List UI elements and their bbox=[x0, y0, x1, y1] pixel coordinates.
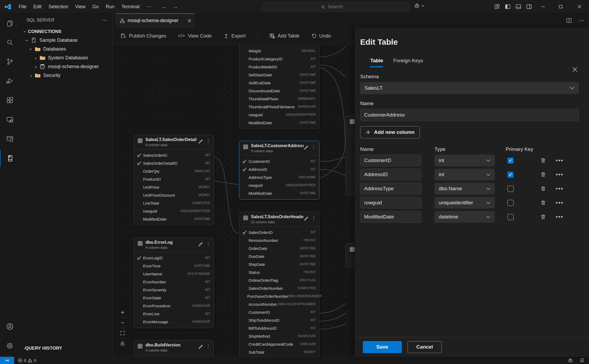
tree-item-system-databases[interactable]: › System Databases bbox=[19, 53, 112, 62]
toggle-secondary-sidebar-button[interactable] bbox=[524, 0, 534, 13]
tree-item-sample-database[interactable]: › Sample Database bbox=[19, 36, 112, 45]
undo-button[interactable]: Undo bbox=[311, 33, 331, 39]
table-card-sales-order-detail[interactable]: SalesLT.SalesOrderDetail 9 column data ⋮… bbox=[133, 135, 214, 225]
tree-item-databases[interactable]: › Databases bbox=[19, 45, 112, 53]
bell-icon[interactable] bbox=[579, 358, 585, 363]
customize-layout-button[interactable] bbox=[492, 0, 502, 13]
column-name-input[interactable] bbox=[360, 183, 421, 195]
menu-edit[interactable]: Edit bbox=[30, 2, 45, 11]
menu-terminal[interactable]: Terminal bbox=[118, 2, 143, 11]
nav-forward-icon[interactable]: → bbox=[170, 3, 181, 10]
split-editor-icon[interactable] bbox=[566, 18, 572, 23]
run-and-debug-icon[interactable] bbox=[0, 72, 19, 89]
menu-go[interactable]: Go bbox=[89, 2, 102, 11]
tab-foreign-keys[interactable]: Foreign Keys bbox=[393, 58, 423, 67]
connections-section[interactable]: › CONNECTIONS bbox=[19, 27, 112, 36]
extensions-icon[interactable] bbox=[0, 92, 19, 109]
search-view-icon[interactable] bbox=[0, 34, 19, 51]
delete-column-icon[interactable] bbox=[540, 158, 546, 163]
column-type-dropdown[interactable]: int bbox=[434, 169, 495, 180]
edit-pencil-icon[interactable] bbox=[304, 216, 309, 221]
fit-view-icon[interactable] bbox=[117, 328, 128, 338]
source-control-icon[interactable] bbox=[0, 53, 19, 70]
view-code-button[interactable]: </> View Code bbox=[178, 33, 212, 39]
primary-key-checkbox[interactable]: ✓ bbox=[507, 200, 514, 206]
table-card-partial[interactable] bbox=[346, 243, 355, 268]
copilot-menu-button[interactable] bbox=[414, 3, 424, 9]
delete-column-icon[interactable] bbox=[540, 172, 546, 177]
command-center-search[interactable] bbox=[262, 2, 410, 11]
export-button[interactable]: Export bbox=[224, 33, 246, 39]
tab-table[interactable]: Table bbox=[370, 58, 383, 67]
card-more-icon[interactable]: ⋮ bbox=[206, 241, 210, 246]
window-maximize-button[interactable] bbox=[553, 0, 569, 13]
zoom-out-icon[interactable]: − bbox=[117, 318, 128, 328]
card-more-icon[interactable]: ⋮ bbox=[206, 139, 210, 143]
nav-back-icon[interactable]: ← bbox=[159, 3, 170, 10]
menu-selection[interactable]: Selection bbox=[45, 2, 72, 11]
primary-key-checkbox[interactable]: ✓ bbox=[507, 186, 514, 192]
card-more-icon[interactable]: ⋮ bbox=[311, 216, 316, 220]
column-type-dropdown[interactable]: uniqueidentifier bbox=[434, 197, 495, 209]
primary-key-checkbox[interactable]: ✓ bbox=[507, 214, 514, 220]
add-table-button[interactable]: Add Table bbox=[269, 33, 299, 39]
edit-pencil-icon[interactable] bbox=[198, 241, 203, 246]
schema-dropdown[interactable]: SalesLT bbox=[360, 82, 579, 94]
table-card-partial[interactable] bbox=[346, 115, 355, 195]
primary-key-checkbox[interactable]: ✓ bbox=[507, 172, 514, 178]
column-name-input[interactable] bbox=[360, 197, 421, 209]
remote-indicator[interactable]: >< bbox=[0, 357, 14, 364]
toggle-panel-button[interactable] bbox=[513, 0, 524, 13]
schema-designer-canvas[interactable]: Publish Changes </> View Code Export Add… bbox=[113, 27, 355, 357]
primary-key-checkbox[interactable]: ✓ bbox=[507, 158, 514, 164]
tree-item-mssql-schema-designer[interactable]: › mssql-schema-designer bbox=[19, 62, 112, 71]
menu-view[interactable]: View bbox=[72, 2, 89, 11]
column-type-dropdown[interactable]: datetime bbox=[434, 211, 495, 223]
window-close-button[interactable] bbox=[571, 0, 588, 13]
menu-run[interactable]: Run bbox=[102, 2, 118, 11]
column-name-input[interactable] bbox=[360, 155, 421, 166]
delete-column-icon[interactable] bbox=[540, 186, 546, 192]
edit-pencil-icon[interactable] bbox=[198, 344, 203, 349]
publish-changes-button[interactable]: Publish Changes bbox=[120, 33, 166, 39]
editor-more-actions-icon[interactable]: ⋯ bbox=[578, 17, 584, 24]
edit-pencil-icon[interactable] bbox=[304, 144, 309, 150]
copilot-icon[interactable] bbox=[567, 358, 573, 363]
column-type-dropdown[interactable]: dbo.Name bbox=[434, 183, 495, 195]
column-name-input[interactable] bbox=[360, 169, 421, 180]
add-new-column-button[interactable]: Add new column bbox=[360, 126, 420, 138]
window-minimize-button[interactable] bbox=[535, 0, 551, 13]
tab-close-icon[interactable] bbox=[187, 19, 192, 23]
delete-column-icon[interactable] bbox=[540, 200, 546, 206]
edit-pencil-icon[interactable] bbox=[198, 138, 203, 143]
sql-server-view-icon[interactable] bbox=[0, 150, 19, 167]
remote-explorer-icon[interactable] bbox=[0, 111, 19, 128]
database-projects-icon[interactable] bbox=[0, 130, 19, 147]
menu-overflow[interactable]: ⋯ bbox=[143, 2, 155, 11]
column-type-dropdown[interactable]: int bbox=[434, 155, 495, 166]
table-card-error-log[interactable]: dbo.ErrorLog 9 column data ⋮ ErrorLogID … bbox=[133, 237, 214, 328]
table-card-build-version[interactable]: dbo.BuildVersion 4 column data ⋮ bbox=[133, 340, 214, 357]
table-card-product[interactable]: Weight DECIMAL ProductCategoryID INT Pro… bbox=[239, 44, 319, 129]
cancel-button[interactable]: Cancel bbox=[408, 341, 442, 353]
column-name-input[interactable] bbox=[360, 211, 421, 223]
explorer-icon[interactable] bbox=[0, 15, 19, 32]
search-input[interactable] bbox=[328, 4, 352, 10]
menu-file[interactable]: File bbox=[15, 2, 30, 11]
settings-gear-icon[interactable] bbox=[0, 337, 19, 354]
problems-indicator[interactable]: 0 0 bbox=[18, 358, 36, 363]
table-card-customer-address[interactable]: SalesLT.CustomerAddress 5 column data ⋮ … bbox=[239, 141, 319, 200]
delete-column-icon[interactable] bbox=[540, 214, 546, 220]
table-name-input[interactable] bbox=[360, 109, 579, 121]
unlock-icon[interactable] bbox=[117, 338, 128, 349]
sidebar-more-icon[interactable]: ⋯ bbox=[101, 17, 107, 24]
tab-mssql-schema-designer[interactable]: mssql-schema-designer bbox=[115, 13, 195, 27]
card-more-icon[interactable]: ⋮ bbox=[206, 344, 210, 349]
save-button[interactable]: Save bbox=[363, 341, 402, 353]
query-history-section[interactable]: › QUERY HISTORY bbox=[19, 343, 113, 353]
zoom-in-icon[interactable]: + bbox=[117, 307, 128, 317]
table-card-sales-order-header[interactable]: SalesLT.SalesOrderHeader 22 column data … bbox=[239, 212, 319, 357]
toggle-primary-sidebar-button[interactable] bbox=[502, 0, 513, 13]
tree-item-security[interactable]: › Security bbox=[19, 71, 112, 80]
account-icon[interactable] bbox=[0, 318, 19, 335]
